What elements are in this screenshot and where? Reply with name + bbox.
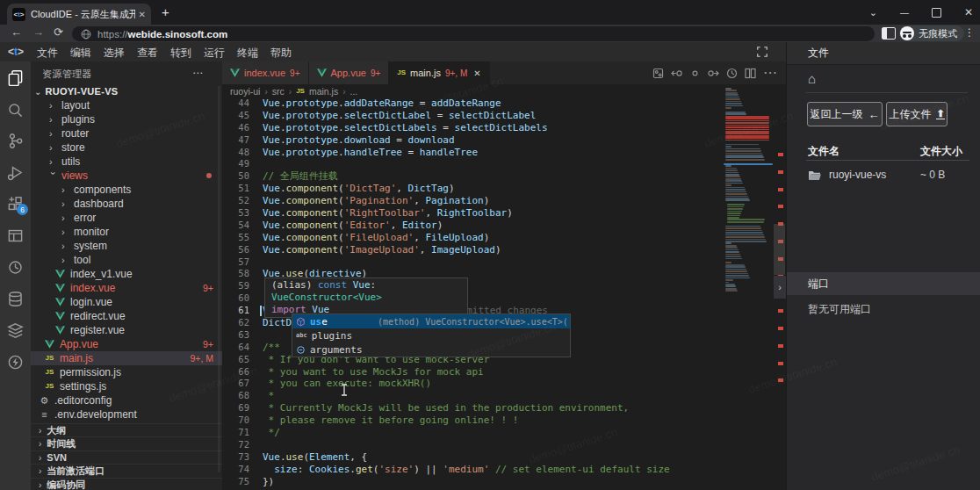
split-editor-icon[interactable] [745,68,756,79]
tree-folder-layout[interactable]: ›layout [31,98,222,112]
menu-item-选择[interactable]: 选择 [99,47,129,59]
tree-file-login.vue[interactable]: login.vue [31,295,222,309]
tree-file-permission.js[interactable]: JSpermission.js [31,365,222,379]
suggest-item-arguments[interactable]: arguments [292,342,570,357]
menu-item-编辑[interactable]: 编辑 [66,47,96,59]
address-bar[interactable]: https:// webide.sinosoft.com [72,26,875,41]
tree-file-index_v1.vue[interactable]: index_v1.vue [31,267,222,281]
tree-folder-system[interactable]: ›system [31,239,222,253]
tree-folder-dashboard[interactable]: ›dashboard [31,197,222,211]
code-line[interactable]: 69 * Currently MockJs will be used in th… [222,402,786,414]
ports-section-header[interactable]: 端口 [787,272,980,295]
code-line[interactable]: 56Vue.component('ImageUpload', ImageUplo… [222,244,786,256]
files-icon[interactable] [0,65,31,90]
code-line[interactable]: 50// 全局组件挂载 [222,170,786,183]
code-line[interactable]: 53Vue.component('RightToolbar', RightToo… [222,207,786,220]
code-line[interactable]: 75}) [222,476,786,488]
editor-tab-index.vue[interactable]: index.vue9+ [222,61,309,84]
window-maximize-icon[interactable] [932,8,941,18]
code-line[interactable]: 73Vue.use(Element, { [222,451,786,464]
source-control-icon[interactable] [0,128,31,153]
code-line[interactable]: 51Vue.component('DictTag', DictTag) [222,183,786,195]
upload-file-button[interactable]: 上传文件 ⬆ [886,102,948,126]
thunder-icon[interactable] [0,349,31,374]
code-line[interactable]: 46Vue.prototype.selectDictLabels = selec… [222,122,786,134]
window-close-icon[interactable]: ✕ [964,6,973,18]
tree-folder-router[interactable]: ›router [31,126,222,141]
back-parent-button[interactable]: 返回上一级 ← [807,102,883,126]
code-line[interactable]: 67 * you can execute: mockXHR() [222,378,786,390]
menu-item-文件[interactable]: 文件 [32,47,62,59]
code-line[interactable]: 47Vue.prototype.download = download [222,134,786,147]
more-actions-icon[interactable]: ⋯ [763,66,777,80]
tree-file-.env.development[interactable]: ≡.env.development [31,407,222,422]
menu-item-查看[interactable]: 查看 [133,47,162,59]
menu-item-帮助[interactable]: 帮助 [266,47,296,59]
tree-folder-error[interactable]: ›error [31,211,222,225]
code-line[interactable]: 54Vue.component('Editor', Editor) [222,220,786,232]
tree-file-settings.js[interactable]: JSsettings.js [31,379,222,393]
explorer-more-icon[interactable]: ⋯ [192,67,203,79]
menu-item-转到[interactable]: 转到 [166,47,196,59]
preview-icon[interactable] [0,223,31,248]
tab-close-icon[interactable]: ✕ [473,68,480,78]
section-编码协同[interactable]: ›编码协同 [31,478,222,490]
section-时间线[interactable]: ›时间线 [31,436,222,451]
tree-folder-views[interactable]: ›views [31,169,222,183]
navigate-back-icon[interactable] [671,68,682,79]
suggest-item-plugins[interactable]: abcplugins [292,328,570,342]
code-line[interactable]: 52Vue.component('Pagination', Pagination… [222,195,786,207]
code-line[interactable]: 74 size: Cookies.get('size') || 'medium'… [222,464,786,476]
tree-folder-utils[interactable]: ›utils [31,155,222,169]
browser-reload-icon[interactable]: ⟳ [54,25,63,39]
panel-collapse-chevron[interactable]: › [774,276,786,299]
search-icon[interactable] [0,97,31,122]
code-line[interactable]: 49 [222,158,786,170]
new-tab-button[interactable]: + [162,4,169,19]
file-table-row[interactable]: ruoyi-vue-vs ~ 0 B [787,167,980,184]
database-icon[interactable] [0,286,31,311]
tree-file-register.vue[interactable]: register.vue [31,323,222,337]
code-line[interactable]: 68 * [222,390,786,402]
run-debug-icon[interactable] [0,160,31,184]
code-line[interactable]: 66 * you want to use MockJs for mock api [222,366,786,378]
minimap[interactable] [724,88,773,307]
window-menu-chevron-icon[interactable]: ⌄ [869,7,877,18]
tree-folder-components[interactable]: ›components [31,183,222,197]
run-history-icon[interactable] [726,68,738,79]
tree-folder-tool[interactable]: ›tool [31,253,222,267]
tree-folder-plugins[interactable]: ›plugins [31,112,222,126]
browser-forward-icon[interactable]: → [32,25,44,39]
explorer-scrollbar[interactable] [218,86,220,472]
tab-close-icon[interactable]: ✕ [139,10,146,19]
suggest-item-use[interactable]: use(method) VueConstructor<Vue>.use<T>(p… [292,314,570,328]
tree-file-main.js[interactable]: JSmain.js9+, M [31,351,222,365]
editor-scrollbar-thumb[interactable] [774,224,785,275]
editor-tab-App.vue[interactable]: App.vue9+ [309,61,390,84]
breadcrumb[interactable]: ruoyi-ui›src›JSmain.js›... [230,85,357,97]
tree-file-.editorconfig[interactable]: ⚙.editorconfig [31,393,222,407]
tree-file-redirect.vue[interactable]: redirect.vue [31,309,222,323]
window-minimize-icon[interactable]: — [900,8,909,18]
code-line[interactable]: 45Vue.prototype.selectDictLabel = select… [222,110,786,122]
menu-item-终端[interactable]: 终端 [233,47,263,59]
breadcrumb-item[interactable]: main.js [309,86,338,97]
code-line[interactable]: 44Vue.prototype.addDateRange = addDateRa… [222,97,786,110]
tree-folder-monitor[interactable]: ›monitor [31,225,222,239]
section-SVN[interactable]: ›SVN [31,450,222,465]
side-panel-icon[interactable] [882,27,896,40]
tree-folder-store[interactable]: ›store [31,141,222,155]
tree-file-index.vue[interactable]: index.vue9+ [31,281,222,295]
code-line[interactable]: 72 [222,439,786,451]
tree-file-App.vue[interactable]: App.vue9+ [31,337,222,351]
open-changes-icon[interactable] [652,68,664,79]
code-line[interactable]: 57 [222,256,786,269]
section-当前激活端口[interactable]: ›当前激活端口 [31,464,222,479]
navigate-position-icon[interactable] [689,68,701,79]
browser-menu-icon[interactable]: ⋮ [964,26,975,39]
menu-item-运行[interactable]: 运行 [199,47,229,59]
code-line[interactable]: 71 */ [222,427,786,439]
code-line[interactable]: 70 * please remove it before going onlin… [222,414,786,427]
code-line[interactable]: 48Vue.prototype.handleTree = handleTree [222,147,786,159]
layers-icon[interactable] [0,318,31,342]
